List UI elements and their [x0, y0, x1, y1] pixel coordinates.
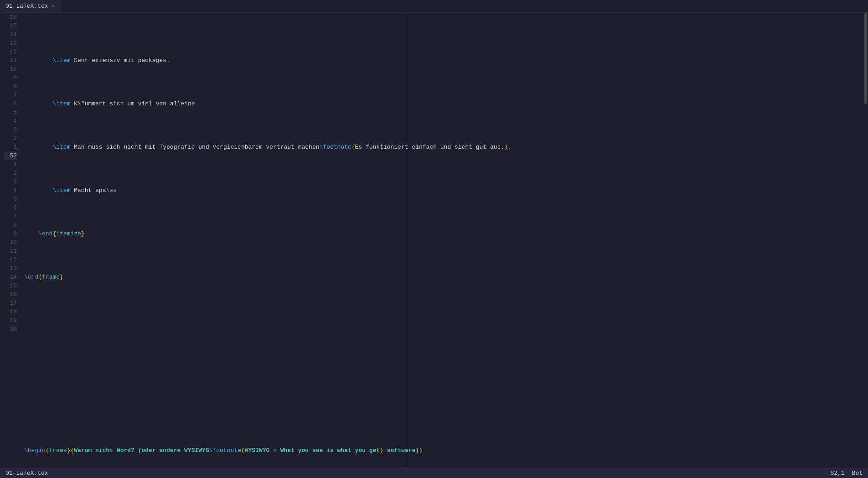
- tab-close-button[interactable]: ×: [52, 4, 55, 9]
- editor-area: 16 15 14 13 12 11 10 9 8 7 6 5 4 3 2 1 5…: [0, 13, 868, 468]
- tab-filename: 01-LaTeX.tex: [5, 3, 48, 10]
- code-line: [24, 403, 863, 411]
- status-position: S2,1: [830, 470, 844, 477]
- status-bar: 01-LaTeX.tex S2,1 Bot: [0, 468, 868, 478]
- guide-line: [406, 13, 406, 468]
- tab-bar: 01-LaTeX.tex ×: [0, 0, 868, 13]
- code-line: \item Man muss sich nicht mit Typografie…: [24, 143, 863, 151]
- code-line: \item K\"ummert sich um viel von alleine: [24, 99, 863, 108]
- code-line: \end{frame}: [24, 273, 863, 281]
- file-tab[interactable]: 01-LaTeX.tex ×: [0, 0, 61, 12]
- code-editor[interactable]: \item Sehr extensiv mit packages. \item …: [21, 13, 863, 468]
- status-mode: Bot: [852, 470, 863, 477]
- scrollbar[interactable]: [863, 13, 868, 468]
- code-line: \begin{frame}{Warum nicht Word? (oder an…: [24, 446, 863, 455]
- status-right: S2,1 Bot: [830, 470, 863, 477]
- code-line: [24, 359, 863, 368]
- code-line: \end{itemize}: [24, 229, 863, 238]
- code-line: \item Sehr extensiv mit packages.: [24, 56, 863, 65]
- status-filename: 01-LaTeX.tex: [5, 470, 48, 477]
- scrollbar-thumb[interactable]: [864, 13, 867, 104]
- code-line: \item Macht spa\ss: [24, 186, 863, 195]
- status-left: 01-LaTeX.tex: [5, 470, 48, 477]
- code-line: [24, 316, 863, 325]
- line-numbers: 16 15 14 13 12 11 10 9 8 7 6 5 4 3 2 1 5…: [0, 13, 21, 468]
